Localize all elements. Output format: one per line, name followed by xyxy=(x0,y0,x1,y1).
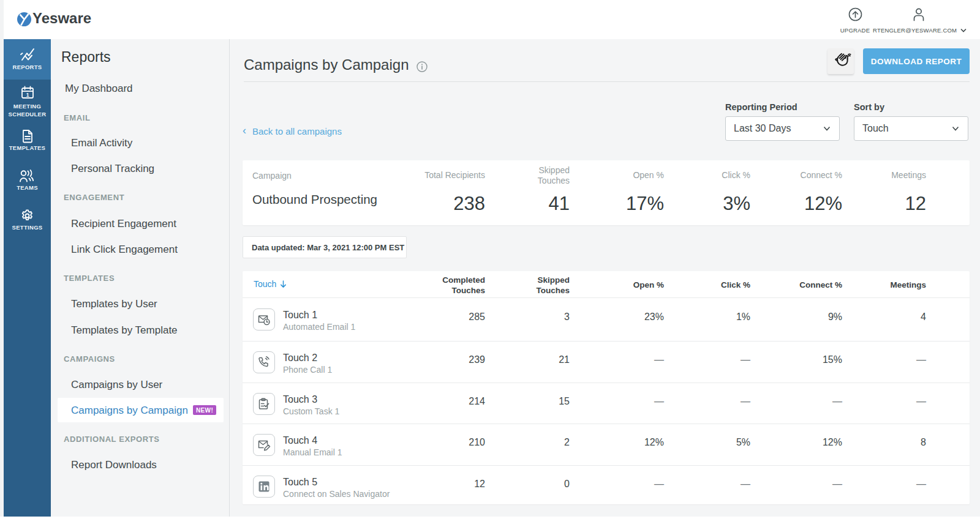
svg-text:1: 1 xyxy=(26,92,29,98)
